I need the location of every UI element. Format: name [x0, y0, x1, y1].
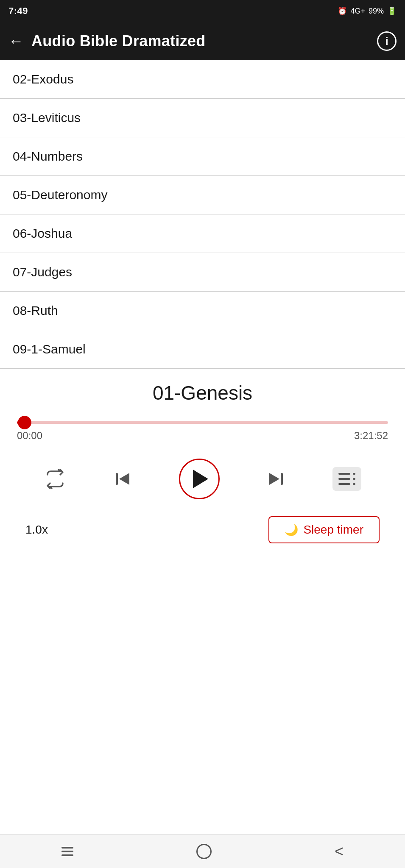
nav-menu-button[interactable]	[61, 847, 73, 856]
play-button[interactable]	[179, 459, 220, 499]
list-item[interactable]: 02-Exodus	[0, 60, 405, 99]
svg-rect-2	[281, 473, 283, 485]
svg-rect-4	[338, 473, 350, 475]
current-track-title: 01-Genesis	[153, 381, 252, 404]
controls-row	[13, 454, 392, 512]
playlist-button[interactable]	[332, 467, 361, 491]
now-playing-section: 01-Genesis 00:00 3:21:52	[0, 369, 405, 556]
next-button[interactable]	[265, 468, 287, 490]
svg-rect-6	[338, 483, 350, 485]
progress-thumb[interactable]	[18, 416, 31, 429]
list-item[interactable]: 05-Deuteronomy	[0, 176, 405, 214]
bottom-controls: 1.0x 🌙 Sleep timer	[13, 512, 392, 556]
home-circle-icon	[196, 844, 212, 859]
previous-button[interactable]	[112, 468, 134, 490]
time-row: 00:00 3:21:52	[13, 427, 392, 442]
svg-rect-5	[338, 478, 350, 480]
back-button[interactable]: ←	[8, 32, 24, 50]
svg-marker-1	[119, 473, 129, 485]
progress-track[interactable]	[17, 421, 388, 424]
play-icon	[193, 470, 208, 488]
svg-rect-8	[353, 478, 355, 480]
status-time: 7:49	[8, 6, 28, 17]
book-list: 02-Exodus 03-Leviticus 04-Numbers 05-Deu…	[0, 60, 405, 834]
page-title: Audio Bible Dramatized	[31, 32, 369, 50]
alarm-icon: ⏰	[338, 6, 347, 16]
nav-home-button[interactable]	[196, 844, 212, 859]
battery-text: 99%	[369, 7, 384, 16]
progress-fill	[17, 421, 25, 424]
speed-label[interactable]: 1.0x	[25, 523, 48, 537]
moon-icon: 🌙	[285, 523, 298, 537]
svg-rect-9	[353, 483, 355, 485]
back-arrow-icon: <	[335, 843, 344, 860]
battery-icon: 🔋	[387, 6, 397, 16]
list-item[interactable]: 09-1-Samuel	[0, 330, 405, 369]
repeat-button[interactable]	[44, 468, 66, 490]
list-item[interactable]: 08-Ruth	[0, 292, 405, 330]
svg-rect-7	[353, 473, 355, 475]
nav-back-button[interactable]: <	[335, 843, 344, 860]
svg-marker-3	[269, 473, 279, 485]
list-item[interactable]: 04-Numbers	[0, 137, 405, 176]
info-button[interactable]: i	[377, 31, 397, 51]
sleep-timer-button[interactable]: 🌙 Sleep timer	[268, 516, 380, 543]
status-bar: 7:49 ⏰ 4G+ 99% 🔋	[0, 0, 405, 22]
list-item[interactable]: 03-Leviticus	[0, 99, 405, 137]
signal-icon: 4G+	[350, 7, 365, 16]
svg-rect-0	[116, 473, 118, 485]
sleep-timer-label: Sleep timer	[303, 523, 363, 537]
total-time: 3:21:52	[354, 430, 388, 442]
nav-bar: <	[0, 834, 405, 868]
list-item[interactable]: 06-Joshua	[0, 214, 405, 253]
hamburger-icon	[61, 847, 73, 856]
toolbar: ← Audio Bible Dramatized i	[0, 22, 405, 60]
list-item[interactable]: 07-Judges	[0, 253, 405, 292]
progress-container[interactable]	[13, 421, 392, 424]
current-time: 00:00	[17, 430, 42, 442]
status-icons: ⏰ 4G+ 99% 🔋	[338, 6, 397, 16]
